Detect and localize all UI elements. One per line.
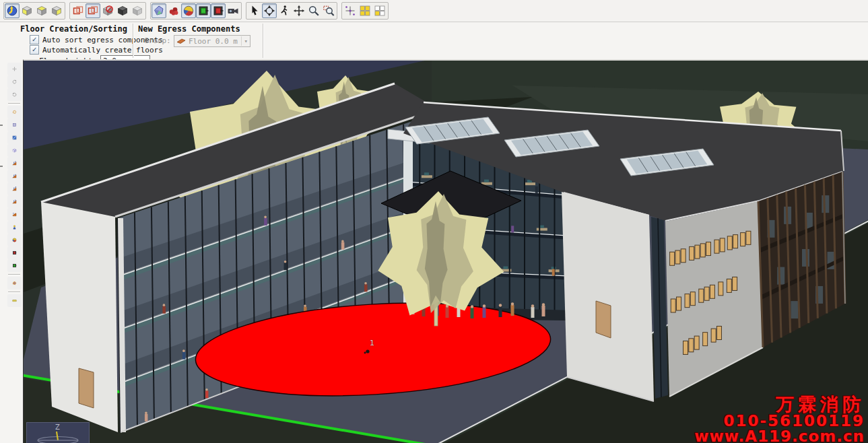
plane-tool-icon	[12, 132, 17, 143]
view-orbit-button[interactable]	[5, 3, 20, 18]
window-edge-tick	[0, 166, 3, 167]
view-cube-top-button[interactable]	[34, 3, 49, 18]
orbit-tool-icon	[263, 5, 275, 17]
occupant-marker-label: 1	[370, 339, 374, 347]
ghost-cube-icon	[131, 5, 143, 17]
wire-cube-button[interactable]	[71, 3, 86, 18]
measure-tool-button[interactable]	[7, 294, 22, 307]
viewports-grid-icon	[359, 5, 371, 17]
select-cursor-icon	[248, 5, 261, 17]
stair-down-tool-icon	[12, 170, 17, 182]
orbit-tool-button[interactable]	[262, 3, 277, 18]
ghost-cube-button[interactable]	[130, 3, 145, 18]
pan-tool-button[interactable]	[292, 3, 306, 18]
zoom-box-tool-button[interactable]	[321, 3, 336, 18]
show-occupants-button[interactable]	[181, 3, 196, 18]
chevron-down-icon: ▾	[241, 36, 248, 46]
ramp-up-tool-icon	[12, 183, 17, 195]
z-axis-label: Z	[55, 423, 60, 431]
floor-creation-panel-title: Floor Creation/Sorting	[20, 24, 127, 34]
show-fire-icon	[168, 5, 180, 17]
ramp-down-tool-icon	[12, 196, 17, 207]
orientation-gizmo[interactable]: Z	[26, 422, 90, 443]
show-exits-button[interactable]	[196, 3, 211, 18]
stair-up-tool-icon	[12, 158, 17, 169]
box-tool-button[interactable]	[7, 144, 22, 157]
auto-create-floors-checkbox[interactable]: ✓	[30, 45, 39, 55]
camera-view-icon	[227, 5, 239, 17]
occupant-tool-icon	[12, 222, 17, 233]
rotate-view-icon	[12, 89, 17, 100]
watermark-brand: 万霖消防	[694, 395, 865, 413]
snap-points-icon	[344, 5, 356, 17]
group-dropdown-value: Floor 0.0 m	[189, 37, 241, 46]
options-panel-row: Floor Creation/Sorting ✓ Auto sort egres…	[0, 22, 868, 60]
zoom-tool-button[interactable]	[306, 3, 321, 18]
shell-tool-icon	[12, 277, 17, 289]
show-doors-button[interactable]	[211, 3, 226, 18]
walk-tool-icon	[278, 5, 290, 17]
watermark: 万霖消防 010-56100119 www.A119.com.cn	[694, 395, 865, 443]
auto-create-floors-label: Automatically create floors	[42, 46, 163, 55]
view-cube-top-icon	[36, 5, 48, 17]
left-margin	[0, 59, 5, 443]
exit-red-tool-button[interactable]	[7, 246, 22, 259]
toolbar-group	[150, 2, 242, 20]
ramp-down-tool-button[interactable]	[7, 195, 22, 208]
show-doors-icon	[212, 5, 224, 17]
auto-sort-checkbox[interactable]: ✓	[30, 35, 39, 44]
wire-cube-icon	[72, 5, 84, 17]
stair-up-tool-button[interactable]	[7, 157, 22, 170]
application-window: Floor Creation/Sorting ✓ Auto sort egres…	[0, 0, 868, 443]
snap-points-button[interactable]	[343, 3, 358, 18]
show-fire-button[interactable]	[166, 3, 181, 18]
view-cube-right-button[interactable]	[49, 3, 64, 18]
polygon-tool-button[interactable]	[7, 106, 22, 118]
panel-divider	[263, 24, 263, 58]
view-cube-left-button[interactable]	[20, 3, 34, 18]
floor-tool-button[interactable]	[7, 208, 22, 221]
polygon-tool-icon	[12, 106, 17, 118]
group-label: Group:	[144, 36, 171, 45]
occupant-tool-button[interactable]	[7, 221, 22, 234]
toolbar-group	[341, 2, 389, 20]
ramp-up-tool-button[interactable]	[7, 182, 22, 195]
toolbar-group	[246, 2, 337, 20]
walk-tool-button[interactable]	[277, 3, 292, 18]
viewport-single-button[interactable]	[372, 3, 387, 18]
viewport-canvas[interactable]: 1 Z 万霖消防 010-56100119 www.A119.com.cn	[23, 59, 868, 443]
scene-3d	[24, 61, 868, 443]
rotate-view-button[interactable]	[7, 88, 22, 101]
zoom-box-tool-icon	[323, 5, 335, 17]
pan-tool-icon	[293, 5, 305, 17]
occupant-group-tool-button[interactable]	[7, 234, 22, 246]
rectangle-tool-button[interactable]	[7, 118, 22, 131]
rotate-object-button[interactable]	[7, 75, 22, 88]
select-cursor-button[interactable]	[247, 3, 262, 18]
viewports-grid-button[interactable]	[358, 3, 372, 18]
occupant-group-tool-icon	[12, 234, 17, 246]
shell-tool-button[interactable]	[7, 277, 22, 289]
show-exits-icon	[197, 5, 209, 17]
toolbar-divider	[8, 274, 20, 275]
exit-green-tool-button[interactable]	[7, 259, 22, 272]
group-dropdown[interactable]: Floor 0.0 m ▾	[174, 35, 251, 47]
toolbar-divider	[8, 292, 20, 292]
camera-view-button[interactable]	[226, 3, 240, 18]
stair-down-tool-button[interactable]	[7, 170, 22, 182]
viewport-single-icon	[374, 5, 386, 17]
toolbar-divider	[8, 103, 20, 104]
new-egress-panel-title: New Egress Components	[138, 24, 240, 34]
rectangle-tool-icon	[12, 119, 17, 131]
view-cube-left-icon	[21, 5, 33, 17]
plane-tool-button[interactable]	[7, 131, 22, 144]
move-object-button[interactable]	[7, 63, 22, 75]
hide-object-button[interactable]	[100, 3, 115, 18]
dark-cube-button[interactable]	[115, 3, 130, 18]
wire-cube-hollow-button[interactable]	[86, 3, 100, 18]
show-geometry-button[interactable]	[152, 3, 166, 18]
wire-cube-hollow-icon	[87, 5, 99, 17]
view-orbit-icon	[6, 5, 18, 17]
exit-green-tool-icon	[12, 260, 17, 271]
measure-tool-icon	[12, 295, 17, 306]
